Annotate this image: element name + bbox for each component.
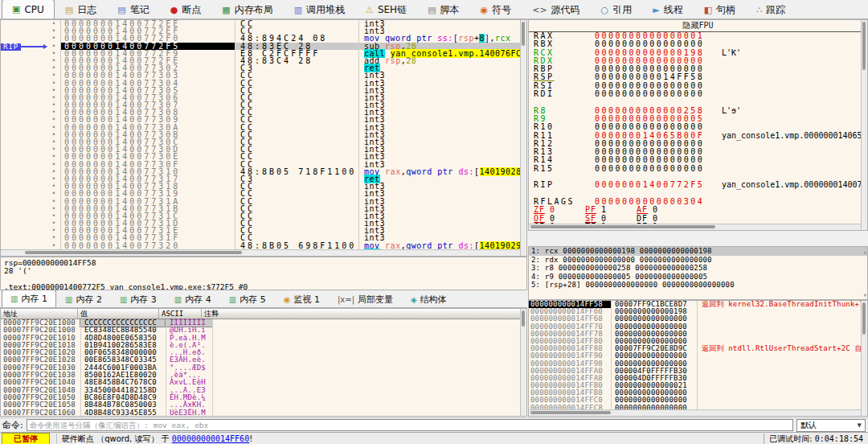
tab-label: 句柄 [716, 3, 735, 17]
dump-row[interactable]: 00007FF9C20E10302444C6001F0003BA°....ÆD$ [1, 364, 526, 372]
breakpoint-dot-icon[interactable]: • [47, 57, 61, 64]
breakpoint-dot-icon[interactable]: • [47, 227, 61, 234]
dump-tab-memory-3[interactable]: ▥内存 3 [111, 291, 166, 307]
breakpoint-dot-icon[interactable]: • [47, 212, 61, 220]
dump-row[interactable]: 00007FF9C20E102000F0658348000000...H.eð. [1, 349, 526, 356]
dump-row[interactable]: 00007FF9C20E10588B484B78C0850003...ÀxKH. [1, 401, 526, 409]
dump-row[interactable]: 00007FF9C20E102800E8658348C03345E3ÀH.eè. [1, 356, 526, 364]
breakpoint-dot-icon[interactable]: • [47, 124, 61, 131]
breakpoint-dot-icon[interactable]: • [47, 220, 61, 227]
registers-vscrollbar[interactable] [861, 20, 867, 230]
register-row[interactable]: R150000000000000000 [529, 165, 867, 173]
tab-trace[interactable]: ∴跟踪 [746, 1, 796, 18]
tab-symbols[interactable]: ◉符号 [470, 1, 522, 18]
dump-tab-locals[interactable]: |x=|局部变量 [329, 291, 402, 307]
breakpoint-dot-icon[interactable]: • [47, 234, 61, 241]
dump-tab-watch-1[interactable]: ◉监视 1 [275, 291, 329, 307]
dump-row[interactable]: 00007FF9C20E10388500162AE1E80020 .èá*... [1, 372, 526, 379]
dump-tab-memory-4[interactable]: ▥内存 4 [166, 291, 220, 307]
breakpoint-dot-icon[interactable]: • [47, 205, 61, 212]
breakpoint-dot-icon[interactable]: • [47, 242, 61, 249]
register-row[interactable]: RIP00000001400772F5yan_console1.vmp.0000… [529, 181, 867, 189]
argument-row[interactable]: 5: [rsp+28] 0000000000000000 00000000000… [529, 281, 867, 290]
dump-tab-memory-1[interactable]: ▥内存 1 [2, 290, 56, 307]
registers-hscrollbar[interactable] [529, 224, 862, 230]
flag-cell[interactable]: ZF0 [534, 206, 585, 214]
dump-tab-memory-2[interactable]: ▥内存 2 [56, 291, 111, 307]
tab-handles[interactable]: ◧句柄 [694, 1, 746, 18]
dump-row[interactable]: 00007FF9C20E101801B94100286583E8è.e(.A¹. [1, 342, 526, 349]
tab-cpu[interactable]: ▣CPU [2, 0, 55, 18]
breakpoint-dot-icon[interactable]: • [47, 131, 61, 138]
tab-memory-map[interactable]: ▦内存布局 [211, 1, 283, 18]
stack-vscrollbar[interactable] [861, 301, 867, 416]
dump-hex: 4D8B48C93345E855 [80, 409, 166, 417]
flags-row: ZF0PF1AF0 [529, 206, 867, 214]
command-input[interactable] [27, 419, 793, 431]
dump-row[interactable]: 00007FF9C20E1000CCCCCCCCCCCCCCCCÌÌÌÌÌÌÌÌ [1, 319, 526, 327]
dump-row[interactable]: 00007FF9C20E1048334500044182158D...A..E3 [1, 387, 526, 394]
breakpoint-dot-icon[interactable]: • [47, 161, 61, 168]
dump-row[interactable]: 00007FF9C20E104048E8458B4C7678C0ÀxvL.EèH [1, 379, 526, 386]
dump-row[interactable]: 00007FF9C20E10604D8B48C93345E855UèE3ÉH.M [1, 409, 526, 417]
hide-fpu-button[interactable]: 隐藏FPU [529, 20, 867, 32]
stack-hscrollbar[interactable] [529, 409, 863, 416]
breakpoint-dot-icon[interactable]: • [47, 64, 61, 72]
disassembly-vscrollbar[interactable] [520, 20, 526, 256]
dump-header-value: 值 [78, 309, 159, 319]
tab-script[interactable]: ▤脚本 [417, 1, 469, 18]
register-row[interactable]: RDI0000000000000000 [529, 90, 867, 98]
disasm-gutter [1, 153, 47, 160]
scroll-down-icon[interactable]: ▼ [863, 292, 866, 298]
breakpoint-dot-icon[interactable]: • [47, 183, 61, 190]
dump-row[interactable]: 00007FF9C20E1050BC86E8F04D8D48C9ÉH.MÐè.¼ [1, 394, 526, 401]
flag-cell[interactable]: PF1 [585, 206, 637, 214]
breakpoint-dot-icon[interactable]: • [47, 146, 61, 153]
dump-tab-memory-5[interactable]: ▥内存 5 [220, 291, 275, 307]
breakpoint-dot-icon[interactable]: • [47, 80, 61, 87]
breakpoint-dot-icon[interactable]: • [47, 27, 61, 35]
breakpoint-dot-icon[interactable]: • [47, 50, 61, 57]
breakpoint-dot-icon[interactable]: • [47, 72, 61, 79]
breakpoint-dot-icon[interactable]: • [47, 35, 61, 42]
breakpoint-dot-icon[interactable]: • [47, 168, 61, 175]
breakpoint-dot-icon[interactable]: • [47, 20, 61, 27]
disassembly-hscrollbar[interactable] [1, 249, 522, 256]
cpu-icon: ▣ [12, 5, 20, 14]
tab-threads[interactable]: ►线程 [642, 1, 693, 18]
tab-source[interactable]: <>源代码 [522, 1, 590, 18]
argument-row[interactable]: 4: r9 0000000000000005 0000000000000005 [529, 273, 867, 282]
tab-references[interactable]: ○引用 [591, 1, 643, 18]
scroll-up-icon[interactable]: ▲ [863, 249, 866, 254]
dump-row[interactable]: 00007FF9C20E1008EC8348EC8B485540@UH.ìH.ì [1, 327, 526, 334]
breakpoint-dot-icon[interactable]: • [47, 101, 61, 109]
dump-vscrollbar[interactable] [520, 309, 526, 416]
argument-row[interactable]: 1: rcx 0000000000000198 0000000000000198 [529, 247, 867, 256]
breakpoint-address-link[interactable]: 000000000014FF60 [172, 434, 249, 443]
breakpoint-dot-icon[interactable]: • [47, 109, 61, 116]
breakpoint-dot-icon[interactable]: • [47, 138, 61, 146]
breakpoint-dot-icon[interactable]: • [47, 153, 61, 160]
breakpoint-message-suffix: ! [249, 434, 252, 443]
breakpoint-dot-icon[interactable]: • [47, 87, 61, 94]
flag-cell[interactable]: AF0 [637, 206, 688, 214]
breakpoint-dot-icon[interactable]: • [47, 116, 61, 123]
register-row[interactable]: RFLAGS0000000000000304 [529, 198, 867, 206]
command-profile-select[interactable]: 默认 ▼ [796, 419, 866, 432]
flag-value: 1 [601, 206, 606, 214]
breakpoint-dot-icon[interactable]: • [47, 190, 61, 197]
disasm-gutter [1, 109, 47, 116]
tab-call-stack[interactable]: ▥调用堆栈 [284, 1, 355, 18]
tab-seh[interactable]: ⚠SEH链 [355, 1, 417, 18]
tab-log[interactable]: ▤日志 [55, 1, 107, 18]
breakpoint-dot-icon[interactable]: • [47, 94, 61, 101]
tab-notes[interactable]: ▤笔记 [107, 1, 159, 18]
argument-row[interactable]: 2: rdx 0000000000000000 0000000000000000 [529, 256, 867, 265]
dump-row[interactable]: 00007FF9C20E10104D8D4800E0658350P.eà.H.M [1, 335, 526, 342]
argument-row[interactable]: 3: r8 0000000000000258 0000000000000258 [529, 264, 867, 273]
dump-tab-struct[interactable]: ◈结构体 [402, 291, 456, 307]
tab-breakpoints[interactable]: ●断点 [160, 1, 212, 18]
breakpoint-dot-icon[interactable]: • [47, 43, 61, 50]
breakpoint-dot-icon[interactable]: • [47, 175, 61, 183]
breakpoint-dot-icon[interactable]: • [47, 198, 61, 205]
